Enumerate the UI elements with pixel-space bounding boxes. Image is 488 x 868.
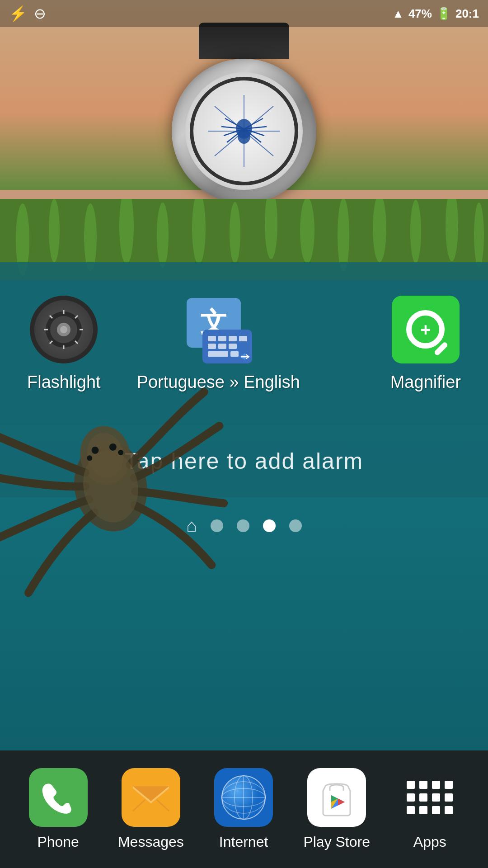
magnifier-label: Magnifier — [390, 373, 461, 392]
watch-body — [158, 23, 330, 212]
key — [230, 351, 239, 357]
page-dot-2[interactable] — [237, 519, 249, 532]
apps-dot — [407, 806, 415, 814]
bottom-dock: Phone Messages — [0, 750, 488, 868]
playstore-icon[interactable] — [307, 768, 366, 827]
flashlight-app[interactable]: Flashlight — [27, 296, 101, 392]
app-grid-area: Flashlight 文 — [0, 262, 488, 425]
key — [208, 336, 216, 341]
apps-dot — [419, 793, 427, 802]
status-bar: ⚡ ⊖ ▲ 47% 🔋 20:1 — [0, 0, 488, 27]
wifi-icon: ▲ — [392, 7, 404, 21]
phone-icon[interactable] — [29, 768, 88, 827]
phone-dock-item[interactable]: Phone — [29, 768, 88, 850]
internet-svg — [221, 775, 266, 820]
key — [229, 344, 237, 349]
playstore-svg — [314, 775, 359, 820]
flashlight-icon[interactable] — [30, 296, 98, 363]
watch-face — [185, 72, 303, 190]
watch-inner-ring — [190, 77, 298, 185]
key — [218, 336, 226, 341]
translate-icon[interactable]: 文 — [184, 296, 252, 363]
flashlight-label: Flashlight — [27, 373, 101, 392]
key-wide — [208, 351, 228, 357]
messages-icon[interactable] — [122, 768, 180, 827]
apps-dot — [432, 806, 440, 814]
battery-percentage: 47% — [408, 7, 432, 21]
messages-label: Messages — [118, 834, 184, 850]
status-right: ▲ 47% 🔋 20:1 — [392, 7, 479, 21]
apps-dot — [445, 806, 453, 814]
playstore-label: Play Store — [303, 834, 370, 850]
translate-label: Portuguese » English — [137, 373, 300, 392]
apps-icon[interactable] — [400, 768, 459, 827]
apps-dot — [419, 806, 427, 814]
status-left: ⚡ ⊖ — [9, 5, 46, 22]
keyboard-row-2 — [208, 344, 247, 349]
page-indicators: ⌂ — [0, 515, 488, 536]
svg-point-25 — [230, 202, 240, 264]
svg-point-44 — [60, 326, 67, 333]
phone-svg — [40, 779, 76, 816]
apps-dock-item[interactable]: Apps — [400, 768, 459, 850]
internet-dock-item[interactable]: Internet — [214, 768, 273, 850]
page-dot-1[interactable] — [211, 519, 223, 532]
apps-grid-icon — [404, 778, 455, 816]
magnifier-app[interactable]: + Magnifier — [390, 296, 461, 392]
svg-point-27 — [300, 199, 314, 264]
svg-point-20 — [49, 199, 60, 262]
apps-dot — [445, 781, 453, 789]
apps-dot — [419, 781, 427, 789]
key — [208, 344, 216, 349]
usb-icon: ⚡ — [9, 5, 27, 22]
page-dot-3-active[interactable] — [263, 519, 276, 532]
apps-dot — [432, 781, 440, 789]
alarm-text[interactable]: Tap here to add alarm — [125, 448, 363, 474]
playstore-dock-item[interactable]: Play Store — [303, 768, 370, 850]
apps-dot — [432, 793, 440, 802]
phone-label: Phone — [37, 834, 79, 850]
internet-icon[interactable] — [214, 768, 273, 827]
wallpaper-area — [0, 0, 488, 280]
home-indicator[interactable]: ⌂ — [186, 515, 197, 536]
svg-point-30 — [410, 200, 421, 263]
page-dot-4[interactable] — [289, 519, 302, 532]
minus-icon: ⊖ — [34, 5, 46, 22]
alarm-widget[interactable]: Tap here to add alarm — [0, 425, 488, 497]
svg-point-28 — [338, 199, 349, 272]
apps-dot — [407, 793, 415, 802]
battery-icon: 🔋 — [436, 7, 451, 21]
watch-band-top — [199, 23, 289, 59]
key — [218, 344, 226, 349]
magnifier-circle: + — [406, 310, 445, 349]
key — [239, 336, 247, 341]
magnifier-plus: + — [420, 321, 431, 339]
flashlight-inner — [34, 300, 93, 359]
svg-point-23 — [157, 203, 169, 268]
time-display: 20:1 — [455, 7, 479, 21]
messages-svg — [131, 779, 171, 816]
watch-case — [172, 59, 316, 203]
svg-point-32 — [474, 203, 484, 268]
translate-app[interactable]: 文 — [137, 296, 300, 392]
flashlight-svg — [43, 309, 84, 350]
internet-label: Internet — [219, 834, 268, 850]
apps-label: Apps — [413, 834, 446, 850]
apps-dot — [407, 781, 415, 789]
magnifier-handle — [434, 341, 449, 356]
watch-wallpaper — [0, 0, 488, 280]
magnifier-icon[interactable]: + — [392, 296, 460, 363]
translate-arrow-svg — [239, 352, 250, 361]
key — [229, 336, 237, 341]
keyboard-row-1 — [208, 336, 247, 341]
svg-point-21 — [84, 203, 97, 271]
apps-dot — [445, 793, 453, 802]
messages-dock-item[interactable]: Messages — [118, 768, 184, 850]
svg-rect-67 — [314, 775, 359, 820]
translate-keyboard-icon — [202, 330, 252, 363]
